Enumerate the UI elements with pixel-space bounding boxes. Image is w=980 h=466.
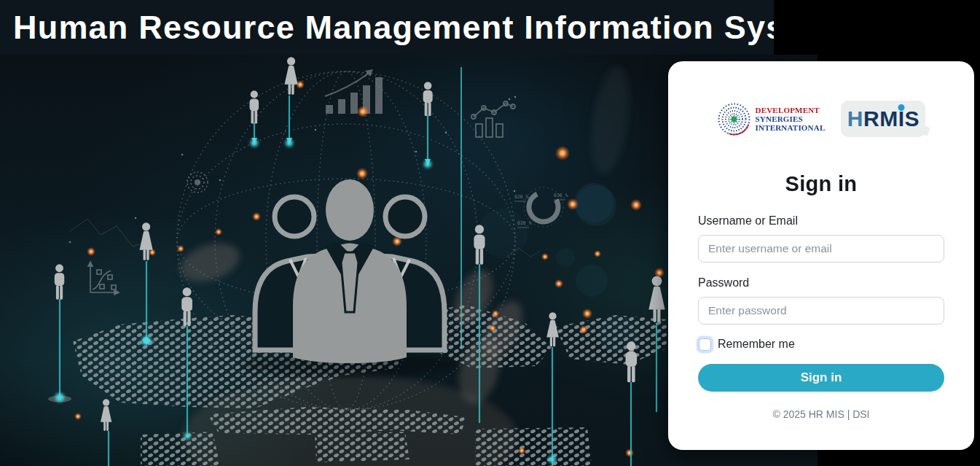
page-title: Human Resource Management Information Sy… xyxy=(0,0,774,55)
username-label: Username or Email xyxy=(698,214,944,228)
copyright-footer: © 2025 HR MIS | DSI xyxy=(698,408,944,420)
dsi-emblem-icon xyxy=(717,102,751,136)
logo-row: DEVELOPMENT SYNERGIES INTERNATIONAL HRMI… xyxy=(698,101,944,137)
signin-button[interactable]: Sign in xyxy=(698,364,944,392)
donut-gauge-icon: 020_% 030_% 020_% xyxy=(514,187,568,228)
dsi-logo: DEVELOPMENT SYNERGIES INTERNATIONAL xyxy=(717,102,826,136)
remember-me-label: Remember me xyxy=(718,338,795,351)
login-card: DEVELOPMENT SYNERGIES INTERNATIONAL HRMI… xyxy=(668,61,974,450)
scatter-chart-icon xyxy=(88,262,119,295)
svg-text:020_%: 020_% xyxy=(517,220,532,226)
dsi-line3: INTERNATIONAL xyxy=(756,123,826,132)
hrmis-pin-dot-icon xyxy=(898,104,905,111)
password-label: Password xyxy=(698,276,944,290)
password-input[interactable] xyxy=(698,297,944,325)
bar-chart-icon xyxy=(325,69,383,114)
hrmis-letter-h: H xyxy=(847,106,863,131)
dsi-line1: DEVELOPMENT xyxy=(756,106,826,114)
target-icon xyxy=(187,172,208,193)
remember-me-checkbox[interactable] xyxy=(699,338,711,351)
dsi-logo-text: DEVELOPMENT SYNERGIES INTERNATIONAL xyxy=(756,106,826,132)
remember-me-row: Remember me xyxy=(698,338,944,351)
hrmis-letters-rm: RM xyxy=(863,106,898,131)
hrmis-letter-s: S xyxy=(905,106,920,131)
login-page: 020_% 030_% 020_% xyxy=(0,0,980,466)
line-chart-icon xyxy=(471,101,515,137)
dsi-line2: SYNERGIES xyxy=(756,114,826,123)
signin-heading: Sign in xyxy=(698,172,944,196)
hrmis-letter-i: I xyxy=(898,106,905,131)
hrmis-logo: HRMIS xyxy=(841,101,925,137)
username-input[interactable] xyxy=(698,235,944,263)
svg-text:030_%: 030_% xyxy=(554,193,568,198)
svg-text:020_%: 020_% xyxy=(514,194,529,200)
team-silhouette-icon xyxy=(240,179,459,376)
